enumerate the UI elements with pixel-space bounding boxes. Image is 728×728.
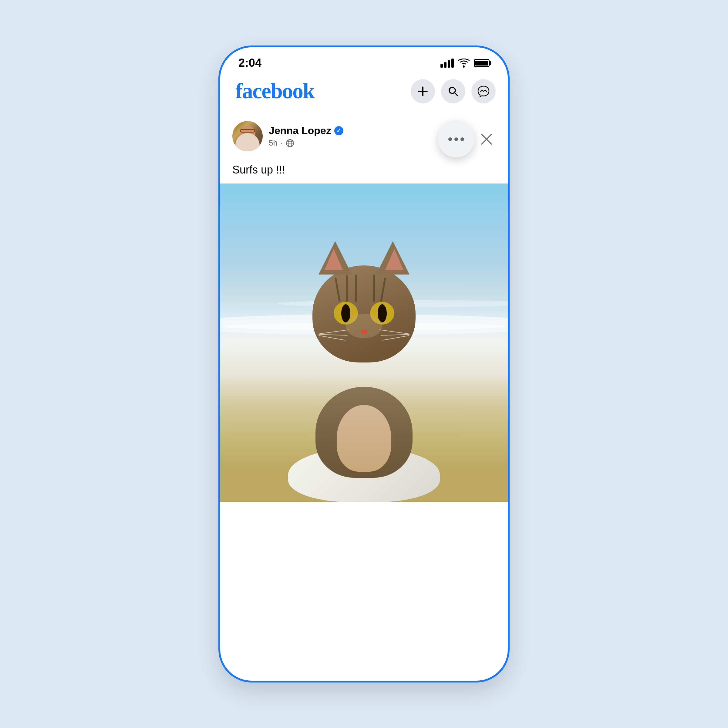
- post-header: Jenna Lopez ✓ 5h ·: [220, 112, 508, 164]
- search-button[interactable]: [441, 79, 465, 104]
- header-actions: [411, 79, 496, 104]
- whisker-right-1: [379, 329, 409, 334]
- cat-stripe-4: [373, 275, 375, 302]
- post-card: Jenna Lopez ✓ 5h ·: [220, 112, 508, 502]
- user-name[interactable]: Jenna Lopez: [269, 125, 331, 136]
- phone-frame: 2:04 facebook: [219, 46, 509, 682]
- whisker-right-3: [382, 335, 410, 341]
- messenger-icon: [477, 85, 489, 97]
- cat-stripe-2: [346, 275, 348, 302]
- cat-ear-right-inner: [385, 249, 404, 270]
- whisker-left-2: [318, 334, 347, 335]
- svg-line-4: [454, 93, 457, 96]
- user-details: Jenna Lopez ✓ 5h ·: [269, 125, 343, 148]
- user-name-row: Jenna Lopez ✓: [269, 125, 343, 136]
- post-time: 5h: [269, 138, 278, 148]
- post-user-info: Jenna Lopez ✓ 5h ·: [232, 121, 343, 151]
- three-dots-icon: [448, 138, 464, 141]
- close-post-button[interactable]: [477, 130, 496, 148]
- cat-head: [312, 265, 416, 362]
- close-icon: [480, 133, 493, 146]
- plus-icon: [418, 86, 428, 97]
- cat-stripe-1: [335, 278, 341, 302]
- post-text: Surfs up !!!: [220, 164, 508, 184]
- battery-icon: [474, 59, 489, 67]
- cat-nose: [361, 329, 367, 334]
- cat-ear-left-inner: [324, 249, 343, 270]
- avatar-body: [236, 133, 260, 151]
- svg-point-0: [463, 66, 465, 68]
- app-header: facebook: [220, 72, 508, 110]
- avatar[interactable]: [232, 121, 263, 151]
- cat-stripe-5: [380, 278, 386, 302]
- messenger-button[interactable]: [471, 79, 496, 104]
- facebook-logo: facebook: [236, 78, 314, 104]
- status-icons: [440, 58, 489, 68]
- cat-face-light: [346, 314, 382, 338]
- divider: [220, 110, 508, 110]
- meta-dot: ·: [281, 138, 283, 148]
- battery-fill: [475, 61, 488, 66]
- more-options-button[interactable]: [438, 121, 474, 158]
- search-icon: [448, 86, 459, 97]
- post-meta: 5h ·: [269, 138, 343, 148]
- avatar-glasses: [240, 129, 255, 133]
- cat-stripe-3: [355, 275, 357, 302]
- whisker-left-1: [318, 329, 349, 334]
- cat-figure: [291, 265, 437, 478]
- cat-body: [315, 387, 413, 478]
- wifi-icon: [458, 58, 470, 68]
- add-button[interactable]: [411, 79, 435, 104]
- whisker-left-3: [319, 335, 346, 341]
- status-time: 2:04: [239, 57, 262, 69]
- cat-chest: [337, 405, 391, 472]
- post-image[interactable]: [220, 184, 508, 502]
- whisker-right-2: [381, 334, 410, 335]
- post-actions: [438, 121, 496, 158]
- signal-bars-icon: [440, 58, 454, 68]
- globe-icon: [286, 139, 294, 147]
- verified-badge: ✓: [334, 126, 343, 135]
- status-bar: 2:04: [220, 47, 508, 72]
